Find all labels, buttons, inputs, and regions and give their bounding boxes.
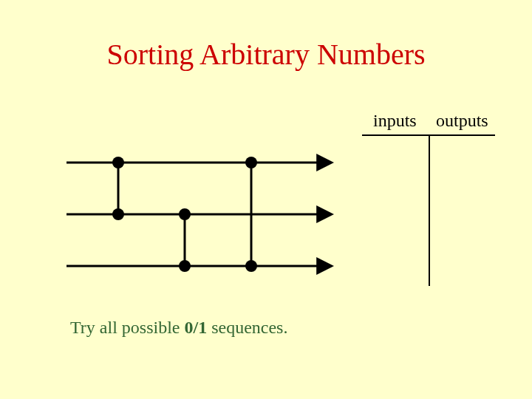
subtitle-text-bold: 0/1 [184, 318, 207, 337]
comparator-node [112, 208, 124, 220]
comparator-node [245, 157, 257, 168]
sorting-network-diagram [66, 140, 347, 288]
outputs-column-header: outputs [436, 111, 488, 131]
inputs-column-header: inputs [373, 111, 417, 131]
comparator-node [112, 157, 124, 168]
comparator-node [245, 260, 257, 272]
comparator-node [179, 208, 191, 220]
subtitle-text-post: sequences. [207, 318, 287, 337]
subtitle-text-pre: Try all possible [70, 318, 184, 337]
slide-title: Sorting Arbitrary Numbers [0, 37, 532, 72]
comparator-node [179, 260, 191, 272]
slide-subtitle: Try all possible 0/1 sequences. [70, 318, 287, 338]
table-column-divider [429, 134, 430, 286]
